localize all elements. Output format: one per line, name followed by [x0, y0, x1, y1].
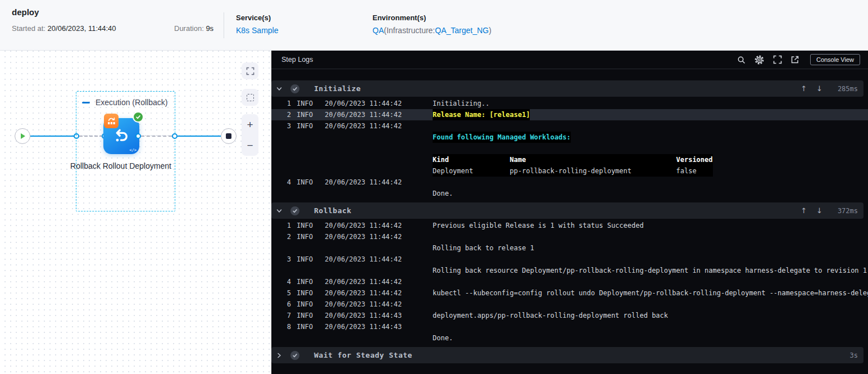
log-line-number — [271, 143, 291, 154]
log-line-number: 2 — [271, 231, 291, 242]
log-line: 2 INFO 20/06/2023 11:44:42 Release Name:… — [271, 109, 868, 120]
log-settings-button[interactable] — [754, 55, 765, 65]
log-level: INFO — [297, 276, 319, 287]
log-timestamp: 20/06/2023 11:44:42 — [325, 98, 433, 109]
log-search-button[interactable] — [737, 56, 746, 64]
log-line: 7 INFO 20/06/2023 11:44:43 deployment.ap… — [271, 310, 868, 321]
log-timestamp: 20/06/2023 11:44:42 — [325, 120, 433, 132]
header-divider — [224, 12, 224, 38]
log-toolbar: Console View — [737, 54, 860, 65]
step-success-icon — [290, 84, 299, 93]
collapse-dash-icon[interactable] — [82, 102, 90, 103]
chevron-down-icon[interactable] — [276, 85, 283, 92]
log-line-number: 4 — [271, 276, 291, 287]
play-icon — [21, 133, 25, 139]
log-line-number: 5 — [271, 287, 291, 299]
console-view-button[interactable]: Console View — [810, 54, 860, 65]
marquee-select-button[interactable] — [242, 89, 258, 106]
chevron-right-icon[interactable] — [276, 352, 283, 359]
log-level: INFO — [297, 287, 319, 299]
connector-dot — [135, 133, 141, 139]
log-section-header[interactable]: Wait for Steady State ↑ ↓ 3s — [271, 347, 864, 363]
scroll-up-icon[interactable]: ↑ — [801, 206, 807, 215]
canvas-fullscreen-button[interactable] — [242, 62, 258, 79]
log-section-rows: 1 INFO 20/06/2023 11:44:42 Previous elig… — [271, 220, 868, 344]
log-message: Release Name: [release1] — [433, 109, 530, 120]
log-line: Rolling back resource Deployment/pp-roll… — [271, 265, 868, 276]
log-section-header[interactable]: Initialize ↑ ↓ 285ms — [271, 80, 864, 97]
log-timestamp: 20/06/2023 11:44:42 — [325, 177, 433, 188]
settings-gear-icon — [754, 55, 765, 65]
open-in-new-button[interactable] — [790, 55, 799, 64]
log-line: 5 INFO 20/06/2023 11:44:42 kubectl --kub… — [271, 287, 868, 299]
log-line-number: 4 — [271, 177, 291, 188]
log-line: Rolling back to release 1 — [271, 242, 868, 254]
scroll-up-icon[interactable]: ↑ — [801, 84, 807, 93]
scroll-arrows: ↑ ↓ — [801, 84, 822, 93]
log-timestamp — [325, 332, 433, 344]
log-line: 2 INFO 20/06/2023 11:44:42 — [271, 231, 868, 242]
log-section: Rollback ↑ ↓ 372ms 1 INFO 20/06/2023 11:… — [271, 202, 868, 344]
log-level — [297, 154, 319, 165]
log-line: Done. — [271, 332, 868, 344]
step-logs-header: Step Logs — [271, 51, 868, 69]
scroll-down-icon[interactable]: ↓ — [816, 206, 822, 215]
duration-value: 9s — [206, 24, 213, 33]
pipeline-execution-page: deploy Started at: 20/06/2023, 11:44:40 … — [0, 0, 868, 374]
log-section-header[interactable]: Rollback ↑ ↓ 372ms — [271, 202, 864, 219]
log-timestamp: 20/06/2023 11:44:42 — [325, 231, 433, 242]
log-line: 4 INFO 20/06/2023 11:44:42 — [271, 276, 868, 287]
service-link[interactable]: K8s Sample — [236, 26, 278, 35]
log-message: Kind Name Versioned — [433, 154, 713, 165]
log-level — [297, 188, 319, 199]
infrastructure-link[interactable]: QA_Target_NG — [435, 26, 489, 35]
connector-dot — [172, 133, 178, 139]
log-level: INFO — [297, 231, 319, 242]
log-line: 6 INFO 20/06/2023 11:44:42 — [271, 299, 868, 310]
log-expand-button[interactable] — [773, 55, 782, 64]
log-level — [297, 242, 319, 254]
environment-link[interactable]: QA — [372, 26, 384, 35]
log-sections: Initialize ↑ ↓ 285ms 1 INFO 20/06/2023 1… — [271, 69, 868, 363]
log-message: kubectl --kubeconfig=config rollout undo… — [433, 287, 868, 299]
fullscreen-icon — [246, 67, 255, 75]
pipeline-dashed-edge — [141, 136, 172, 137]
log-message: Rolling back to release 1 — [433, 242, 534, 254]
log-level — [297, 332, 319, 344]
duration: Duration: 9s — [174, 24, 213, 33]
log-timestamp: 20/06/2023 11:44:42 — [325, 299, 433, 310]
pipeline-graph-canvas[interactable]: Execution (Rollback) </> Ro — [0, 51, 271, 374]
log-timestamp — [325, 143, 433, 154]
log-line-number — [271, 242, 291, 254]
log-message: Deployment pp-rollback-rolling-deploymen… — [433, 165, 713, 177]
log-line: 1 INFO 20/06/2023 11:44:42 Initializing.… — [271, 98, 868, 109]
log-line: 3 INFO 20/06/2023 11:44:42 — [271, 120, 868, 132]
scroll-arrows: ↑ ↓ — [801, 206, 822, 215]
log-level: INFO — [297, 177, 319, 188]
log-line: 1 INFO 20/06/2023 11:44:42 Previous elig… — [271, 220, 868, 231]
log-line-number: 6 — [271, 299, 291, 310]
log-level: INFO — [297, 120, 319, 132]
log-timestamp — [325, 165, 433, 177]
search-icon — [737, 56, 746, 64]
zoom-in-button[interactable]: + — [242, 114, 258, 135]
log-timestamp: 20/06/2023 11:44:42 — [325, 109, 433, 120]
log-section-rows: 1 INFO 20/06/2023 11:44:42 Initializing.… — [271, 98, 868, 199]
log-level — [297, 165, 319, 177]
log-level — [297, 143, 319, 154]
log-line: 8 INFO 20/06/2023 11:44:43 — [271, 321, 868, 332]
log-line-number: 7 — [271, 310, 291, 321]
chevron-down-icon[interactable] — [276, 208, 283, 214]
step-logs-title: Step Logs — [281, 56, 313, 64]
step-success-icon — [290, 206, 299, 215]
zoom-out-button[interactable]: − — [242, 135, 258, 156]
log-line: 3 INFO 20/06/2023 11:44:42 — [271, 254, 868, 265]
scroll-down-icon[interactable]: ↓ — [816, 84, 822, 93]
log-timestamp: 20/06/2023 11:44:42 — [325, 287, 433, 299]
log-section-meta: ↑ ↓ 3s — [832, 352, 858, 359]
zoom-controls: + − — [242, 114, 258, 156]
log-line — [271, 143, 868, 154]
pipeline-edge — [178, 136, 221, 137]
rollback-step-icon — [112, 127, 131, 146]
log-level: INFO — [297, 321, 319, 332]
